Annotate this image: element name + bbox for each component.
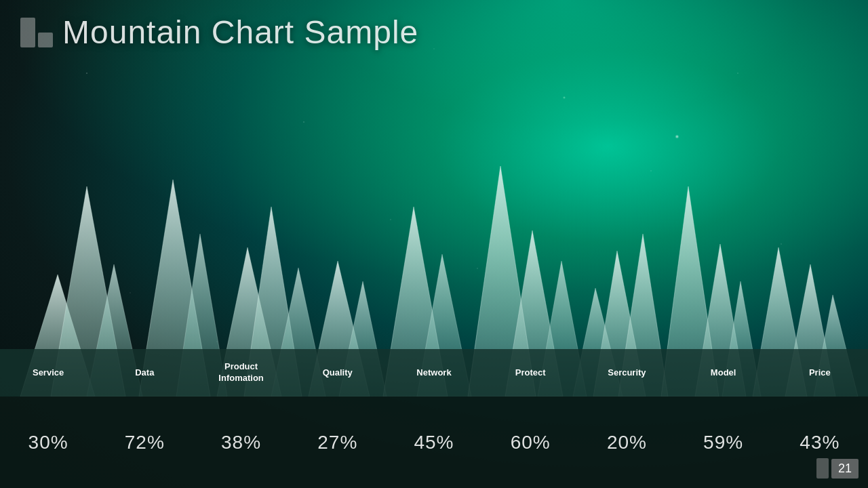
label-price: Price (772, 367, 868, 379)
page-number-area: 21 (816, 458, 859, 479)
label-service: Service (0, 367, 96, 379)
label-network: Network (386, 367, 482, 379)
pct-quality: 27% (290, 432, 386, 453)
chart-area (0, 75, 868, 396)
page-icon (816, 458, 829, 479)
label-protect: Protect (482, 367, 578, 379)
label-bar: Service Data ProductInfomation Quality N… (0, 349, 868, 396)
pct-data: 72% (96, 432, 193, 453)
page-number: 21 (831, 459, 859, 479)
pct-model: 59% (675, 432, 772, 453)
mountains-svg (0, 75, 868, 396)
label-bar-inner: Service Data ProductInfomation Quality N… (0, 361, 868, 384)
header: Mountain Chart Sample (0, 14, 868, 51)
pct-product: 38% (193, 432, 289, 453)
header-icon-small (38, 33, 53, 47)
label-product: ProductInfomation (193, 361, 289, 384)
label-security: Sercurity (578, 367, 675, 379)
pct-network: 45% (386, 432, 482, 453)
pct-price: 43% (772, 432, 868, 453)
pct-security: 20% (578, 432, 675, 453)
header-icon-block (20, 18, 53, 47)
pct-service: 30% (0, 432, 96, 453)
label-quality: Quality (290, 367, 386, 379)
header-icon-large (20, 18, 35, 47)
pct-protect: 60% (482, 432, 578, 453)
label-data: Data (96, 367, 193, 379)
percentage-bar-inner: 30% 72% 38% 27% 45% 60% 20% 59% 43% (0, 432, 868, 453)
percentage-bar: 30% 72% 38% 27% 45% 60% 20% 59% 43% (0, 396, 868, 488)
page-title: Mountain Chart Sample (62, 14, 418, 51)
label-model: Model (675, 367, 772, 379)
